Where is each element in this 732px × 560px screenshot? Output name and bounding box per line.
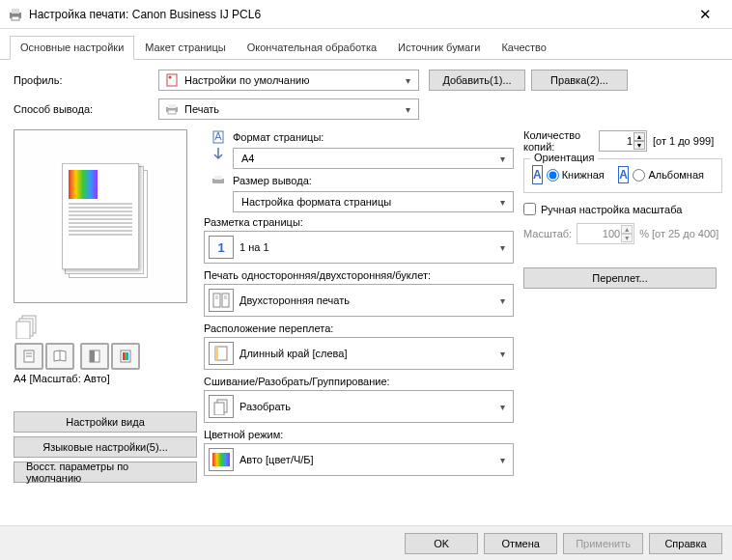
landscape-label: Альбомная [648,169,704,181]
svg-rect-19 [125,352,127,360]
preview-color-rgb-icon[interactable] [111,343,140,370]
preview-mode-page-icon[interactable] [14,343,43,370]
scale-range: % [от 25 до 400] [639,228,718,239]
portrait-icon: A [532,165,543,184]
page-size-value: A4 [238,153,495,164]
manual-scale-checkbox[interactable] [523,203,536,215]
preview-box [14,129,187,303]
chevron-down-icon: ▾ [495,295,509,306]
svg-rect-7 [168,110,176,114]
edit-profile-button[interactable]: Правка(2)... [531,70,628,91]
binding-select[interactable]: Длинный край [слева] ▾ [204,337,514,370]
preview-mode-book-icon[interactable] [45,343,74,370]
color-mode-select[interactable]: Авто [цвет/Ч/Б] ▾ [204,443,514,476]
binding-button[interactable]: Переплет... [523,267,717,289]
restore-defaults-button[interactable]: Восст. параметры по умолчанию [14,462,197,483]
tab-paper-source[interactable]: Источник бумаги [387,36,491,60]
profile-select[interactable]: Настройки по умолчанию ▾ [158,70,419,91]
tab-main[interactable]: Основные настройки [10,36,134,60]
svg-rect-18 [123,352,125,360]
spin-down-icon: ▼ [621,234,633,242]
svg-rect-10 [16,322,30,339]
dialog-footer: OK Отмена Применить Справка [0,525,732,560]
profile-value: Настройки по умолчанию [181,74,401,86]
svg-rect-6 [168,104,176,108]
profile-doc-icon [163,72,181,88]
chevron-down-icon: ▾ [495,402,509,412]
preview-color-bw-icon[interactable] [80,343,109,370]
printer-small-icon [163,101,181,117]
layout-select[interactable]: 1 1 на 1 ▾ [204,231,514,264]
output-size-select[interactable]: Настройка формата страницы ▾ [233,191,514,212]
help-button[interactable]: Справка [649,533,722,554]
layout-value: 1 на 1 [239,241,495,253]
tab-finishing[interactable]: Окончательная обработка [237,36,387,60]
svg-rect-2 [12,16,19,20]
chevron-down-icon: ▾ [495,349,509,359]
output-select[interactable]: Печать ▾ [158,98,419,120]
collate-icon [209,395,234,418]
color-mode-label: Цветной режим: [204,429,514,440]
apply-button[interactable]: Применить [563,533,643,554]
add-profile-button[interactable]: Добавить(1)... [429,70,525,91]
svg-rect-26 [222,294,229,307]
page-size-label: Формат страницы: [233,131,514,143]
output-size-value: Настройка формата страницы [238,196,495,208]
page-size-icon: A [204,129,233,145]
binding-icon [209,342,234,365]
binding-value: Длинный край [слева] [239,348,495,359]
scale-stepper: 100 ▲▼ [577,223,634,244]
close-button[interactable]: ✕ [686,6,724,23]
svg-rect-16 [90,350,95,362]
title-bar: Настройка печати: Canon Business IJ PCL6… [0,0,732,29]
stitch-label: Сшивание/Разобрать/Группирование: [204,376,514,387]
duplex-select[interactable]: Двухсторонняя печать ▾ [204,284,514,317]
output-size-label: Размер вывода: [233,175,514,186]
chevron-down-icon: ▾ [401,104,414,115]
portrait-label: Книжная [562,169,605,181]
spin-up-icon: ▲ [621,225,633,234]
page-size-select[interactable]: A4 ▾ [233,148,514,169]
copies-label: Количество копий: [523,129,599,153]
scale-value: 100 [603,228,620,239]
duplex-value: Двухсторонняя печать [239,294,495,306]
svg-rect-34 [214,403,224,415]
svg-rect-24 [214,176,222,180]
orientation-legend: Ориентация [530,152,598,163]
preview-panel: A4 [Масштаб: Авто] Настройки вида Языков… [10,129,198,483]
landscape-icon: A [618,166,630,183]
copies-value: 1 [627,135,633,147]
chevron-down-icon: ▾ [495,455,509,465]
settings-panel: A Формат страницы: A4 ▾ Размер вывода: Н… [198,129,520,483]
window-title: Настройка печати: Canon Business IJ PCL6 [29,8,686,21]
portrait-radio[interactable]: Книжная [547,169,605,182]
layout-label: Разметка страницы: [204,216,514,228]
cancel-button[interactable]: Отмена [484,533,557,554]
svg-rect-25 [213,294,220,307]
preview-caption: A4 [Масштаб: Авто] [14,373,194,384]
chevron-down-icon: ▾ [495,197,509,208]
tab-layout[interactable]: Макет страницы [134,36,236,60]
down-arrow-icon [204,148,233,169]
view-settings-button[interactable]: Настройки вида [14,411,197,433]
svg-rect-1 [12,9,19,14]
copies-stepper[interactable]: 1 ▲▼ [599,130,647,152]
spin-down-icon[interactable]: ▼ [633,141,645,150]
tab-quality[interactable]: Качество [491,36,557,60]
svg-rect-32 [215,347,218,360]
chevron-down-icon: ▾ [495,154,509,164]
output-size-icon [204,173,233,188]
stitch-select[interactable]: Разобрать ▾ [204,390,514,423]
printer-icon [8,7,23,22]
scale-label: Масштаб: [523,228,572,239]
chevron-down-icon: ▾ [401,75,414,86]
language-settings-button[interactable]: Языковые настройки(5)... [14,436,197,458]
manual-scale-label: Ручная настройка масштаба [541,204,682,215]
landscape-radio[interactable]: Альбомная [633,169,704,182]
ok-button[interactable]: OK [405,533,478,554]
profile-label: Профиль: [14,74,158,86]
svg-point-4 [169,76,172,79]
stitch-value: Разобрать [239,401,495,412]
spin-up-icon[interactable]: ▲ [633,132,645,141]
orientation-group: Ориентация A Книжная A Альбомная [523,158,722,193]
